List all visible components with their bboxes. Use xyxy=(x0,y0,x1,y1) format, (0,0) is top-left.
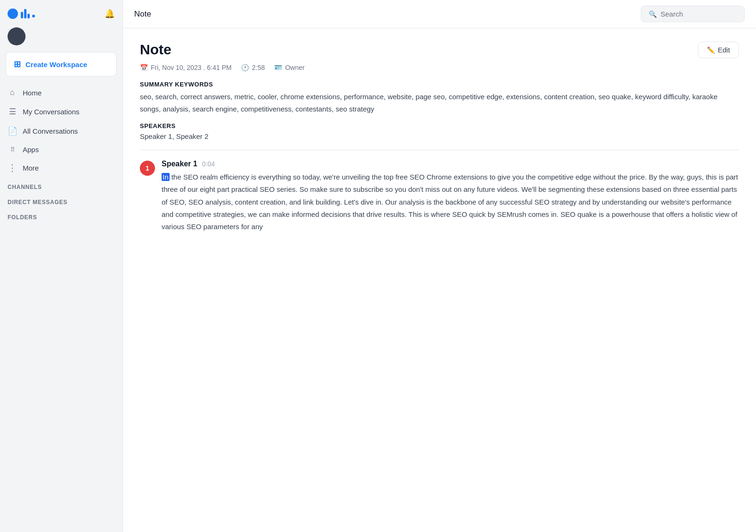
sidebar-item-label: Home xyxy=(23,89,42,97)
transcript-section: 1 Speaker 1 0:04 In the SEO realm effici… xyxy=(140,160,739,233)
bell-icon[interactable]: 🔔 xyxy=(104,9,115,19)
content-area: Note ✏️ Edit 📅 Fri, Nov 10, 2023 . 6:41 … xyxy=(123,28,756,532)
main-panel: Note 🔍 Search Note ✏️ Edit 📅 Fri, Nov 10… xyxy=(123,0,756,532)
logo-bar-2 xyxy=(24,9,26,18)
speakers-label: SPEAKERS xyxy=(140,122,739,129)
sidebar-item-label: Apps xyxy=(23,146,39,154)
logo-bar-3 xyxy=(27,14,30,18)
note-title: Note xyxy=(140,42,172,58)
sidebar-item-apps[interactable]: ⠿ Apps xyxy=(2,141,120,158)
speaker-name: Speaker 1 xyxy=(162,160,198,168)
edit-label: Edit xyxy=(718,46,730,54)
search-box[interactable]: 🔍 Search xyxy=(641,6,745,22)
logo xyxy=(8,9,35,19)
logo-bar-1 xyxy=(21,12,23,18)
transcript-content: the SEO realm efficiency is everything s… xyxy=(162,173,738,231)
owner-icon: 🪪 xyxy=(274,64,282,71)
sidebar-item-home[interactable]: ⌂ Home xyxy=(2,83,120,102)
sidebar-header: 🔔 xyxy=(0,0,122,25)
sidebar-item-label: More xyxy=(23,164,39,172)
keywords-text: seo, search, correct answers, metric, co… xyxy=(140,91,739,115)
note-owner: Owner xyxy=(285,64,304,71)
sidebar-item-more[interactable]: ⋮ More xyxy=(2,158,120,177)
all-conversations-icon: 📄 xyxy=(8,126,17,136)
topbar-title: Note xyxy=(134,9,151,19)
nav-section: ⌂ Home ☰ My Conversations 📄 All Conversa… xyxy=(0,83,122,177)
avatar-row xyxy=(0,25,122,50)
clock-icon: 🕐 xyxy=(241,64,249,71)
meta-date: 📅 Fri, Nov 10, 2023 . 6:41 PM xyxy=(140,64,232,71)
highlight-word: In xyxy=(162,173,170,181)
speakers-text: Speaker 1, Speaker 2 xyxy=(140,132,739,140)
avatar[interactable] xyxy=(8,27,26,45)
more-icon: ⋮ xyxy=(8,163,17,172)
speaker-badge: 1 xyxy=(140,161,155,176)
note-meta: 📅 Fri, Nov 10, 2023 . 6:41 PM 🕐 2:58 🪪 O… xyxy=(140,64,739,71)
transcript-text: In the SEO realm efficiency is everythin… xyxy=(162,171,739,233)
direct-messages-section-label: DIRECT MESSAGES xyxy=(0,192,122,207)
speaker-badge-number: 1 xyxy=(146,164,149,172)
calendar-icon: 📅 xyxy=(140,64,148,71)
meta-owner: 🪪 Owner xyxy=(274,64,304,71)
sidebar: 🔔 ⊞ Create Workspace ⌂ Home ☰ My Convers… xyxy=(0,0,123,532)
note-header: Note ✏️ Edit xyxy=(140,42,739,58)
create-workspace-icon: ⊞ xyxy=(14,59,21,69)
search-label: Search xyxy=(661,10,683,18)
channels-section-label: CHANNELS xyxy=(0,177,122,192)
meta-duration: 🕐 2:58 xyxy=(241,64,265,71)
edit-button[interactable]: ✏️ Edit xyxy=(698,42,739,58)
sidebar-item-all-conversations[interactable]: 📄 All Conversations xyxy=(2,121,120,141)
apps-icon: ⠿ xyxy=(8,146,17,153)
summary-keywords-label: SUMMARY KEYWORDS xyxy=(140,81,739,88)
transcript-item: 1 Speaker 1 0:04 In the SEO realm effici… xyxy=(140,160,739,233)
edit-pencil-icon: ✏️ xyxy=(707,46,715,54)
logo-bars xyxy=(21,9,35,18)
sidebar-item-my-conversations[interactable]: ☰ My Conversations xyxy=(2,102,120,121)
transcript-timestamp: 0:04 xyxy=(202,160,215,168)
note-date: Fri, Nov 10, 2023 . 6:41 PM xyxy=(151,64,232,71)
logo-circle xyxy=(8,9,18,19)
note-duration: 2:58 xyxy=(252,64,265,71)
my-conversations-icon: ☰ xyxy=(8,107,17,117)
create-workspace-label: Create Workspace xyxy=(26,60,87,69)
logo-dot xyxy=(32,15,35,17)
transcript-body: Speaker 1 0:04 In the SEO realm efficien… xyxy=(162,160,739,233)
transcript-header: Speaker 1 0:04 xyxy=(162,160,739,168)
search-icon: 🔍 xyxy=(649,10,657,18)
topbar: Note 🔍 Search xyxy=(123,0,756,28)
sidebar-item-label: All Conversations xyxy=(23,127,78,135)
create-workspace-button[interactable]: ⊞ Create Workspace xyxy=(6,52,117,77)
sidebar-item-label: My Conversations xyxy=(23,108,79,116)
divider xyxy=(140,150,739,150)
folders-section-label: FOLDERS xyxy=(0,207,122,223)
home-icon: ⌂ xyxy=(8,88,17,97)
